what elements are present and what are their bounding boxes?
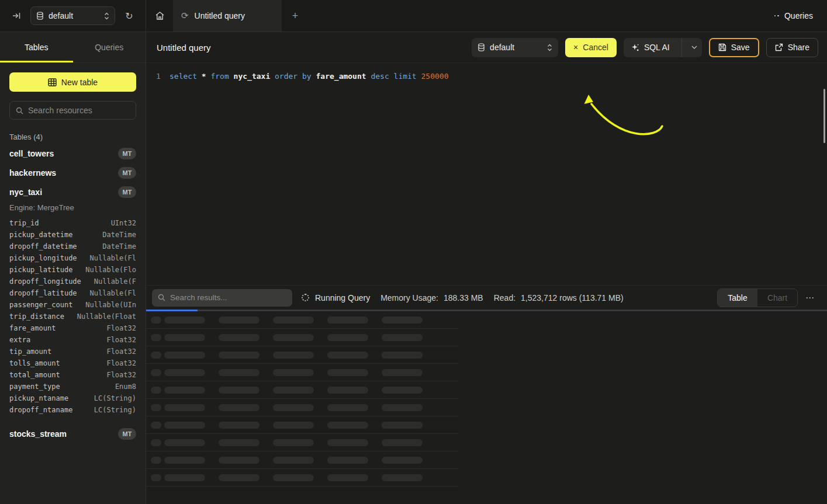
column-name: tip_amount (9, 347, 51, 356)
column-name: dropoff_longitude (9, 277, 81, 286)
column-name: fare_amount (9, 324, 56, 332)
skeleton-cell (164, 404, 205, 411)
collapse-sidebar-icon[interactable] (8, 8, 25, 24)
queries-link[interactable]: Queries (774, 0, 813, 32)
more-menu-button[interactable]: ⋯ (801, 289, 819, 307)
skeleton-cell (151, 474, 161, 481)
results-search-input[interactable] (170, 293, 286, 302)
sidebar-body: New table Tables (4) cell_towersMThacker… (0, 63, 146, 504)
skeleton-row (146, 311, 458, 329)
column-row: trip_distanceNullable(Float (9, 311, 136, 322)
new-tab-button[interactable]: + (282, 0, 309, 32)
engine-badge: MT (118, 428, 136, 440)
table-item-nyc_taxi[interactable]: nyc_taxiMT (9, 182, 136, 201)
database-selector[interactable]: default (30, 6, 115, 25)
column-row: trip_idUInt32 (9, 217, 136, 229)
column-type: Nullable(Fl (90, 289, 136, 297)
database-icon (36, 12, 44, 20)
skeleton-cell (151, 317, 161, 324)
skeleton-cell (151, 457, 161, 464)
column-type: DateTime (102, 242, 136, 251)
column-row: dropoff_datetimeDateTime (9, 241, 136, 252)
chevron-down-icon[interactable] (687, 38, 702, 57)
skeleton-cell (327, 439, 368, 446)
skeleton-cell (219, 369, 259, 376)
skeleton-cell (382, 474, 423, 481)
skeleton-cell (219, 474, 259, 481)
cancel-button[interactable]: × Cancel (565, 38, 617, 57)
skeleton-cell (219, 439, 259, 446)
table-item-stocks_stream[interactable]: stocks_streamMT (9, 424, 136, 443)
table-icon (48, 78, 57, 86)
column-name: passenger_count (9, 301, 72, 309)
results-skeleton (146, 311, 458, 486)
query-status: Running Query (315, 293, 370, 303)
column-type: UInt32 (111, 219, 136, 227)
sql-ai-button[interactable]: SQL AI (624, 38, 702, 57)
column-row: payment_typeEnum8 (9, 381, 136, 392)
skeleton-cell (164, 439, 205, 446)
table-name: stocks_stream (9, 429, 67, 439)
query-database-selector[interactable]: default (472, 38, 558, 57)
column-name: extra (9, 336, 30, 344)
sparkle-icon (631, 43, 639, 52)
table-item-hackernews[interactable]: hackernewsMT (9, 163, 136, 182)
column-row: dropoff_ntanameLC(String) (9, 404, 136, 416)
skeleton-cell (273, 387, 314, 394)
sidebar-tab-tables[interactable]: Tables (0, 32, 73, 62)
tab-untitled-query[interactable]: ⟳ Untitled query (173, 0, 282, 32)
home-tab-icon[interactable] (146, 0, 173, 32)
loading-spinner-icon (302, 294, 309, 301)
skeleton-cell (382, 387, 423, 394)
column-type: Float32 (106, 371, 136, 379)
skeleton-row (146, 381, 458, 399)
skeleton-cell (164, 369, 205, 376)
table-name: cell_towers (9, 149, 54, 158)
column-row: dropoff_longitudeNullable(F (9, 276, 136, 287)
skeleton-cell (151, 439, 161, 446)
save-icon (718, 43, 726, 51)
editor-line: 1 select * from nyc_taxi order by fare_a… (146, 63, 827, 82)
column-type: Nullable(UIn (85, 301, 136, 309)
refresh-icon[interactable]: ↻ (121, 8, 137, 24)
sql-editor[interactable]: 1 select * from nyc_taxi order by fare_a… (146, 63, 827, 285)
column-name: tolls_amount (9, 359, 60, 367)
skeleton-row (146, 346, 458, 364)
table-name: hackernews (9, 168, 56, 178)
column-row: passenger_countNullable(UIn (9, 299, 136, 311)
skeleton-cell (327, 422, 368, 429)
skeleton-cell (164, 352, 205, 359)
skeleton-cell (327, 334, 368, 341)
skeleton-cell (219, 422, 259, 429)
column-type: Nullable(Float (77, 312, 136, 321)
column-type: DateTime (102, 231, 136, 239)
sql-ai-label: SQL AI (644, 43, 670, 52)
sidebar-tab-queries[interactable]: Queries (73, 32, 146, 62)
view-toggle-table[interactable]: Table (718, 289, 757, 307)
view-toggle-chart[interactable]: Chart (757, 289, 797, 307)
skeleton-cell (382, 334, 423, 341)
table-name: nyc_taxi (9, 187, 42, 197)
skeleton-cell (273, 334, 314, 341)
save-button[interactable]: Save (709, 38, 759, 57)
engine-label: Engine: MergeTree (9, 203, 136, 212)
skeleton-cell (327, 352, 368, 359)
table-item-cell_towers[interactable]: cell_towersMT (9, 144, 136, 163)
share-button[interactable]: Share (766, 38, 818, 57)
top-bar-left: default ↻ (0, 0, 146, 32)
skeleton-cell (273, 404, 314, 411)
column-type: Nullable(Flo (85, 266, 136, 274)
skeleton-cell (382, 457, 423, 464)
resource-search-input[interactable] (28, 106, 134, 115)
new-table-label: New table (61, 78, 98, 87)
new-table-button[interactable]: New table (9, 72, 136, 92)
skeleton-cell (164, 334, 205, 341)
cancel-label: Cancel (583, 43, 608, 52)
skeleton-cell (151, 404, 161, 411)
memory-usage-value: 188.33 MB (444, 293, 483, 303)
column-type: Float32 (106, 336, 136, 344)
columns-list: trip_idUInt32pickup_datetimeDateTimedrop… (9, 217, 136, 416)
column-name: dropoff_latitude (9, 289, 77, 297)
engine-badge: MT (118, 167, 136, 179)
skeleton-cell (273, 317, 314, 324)
